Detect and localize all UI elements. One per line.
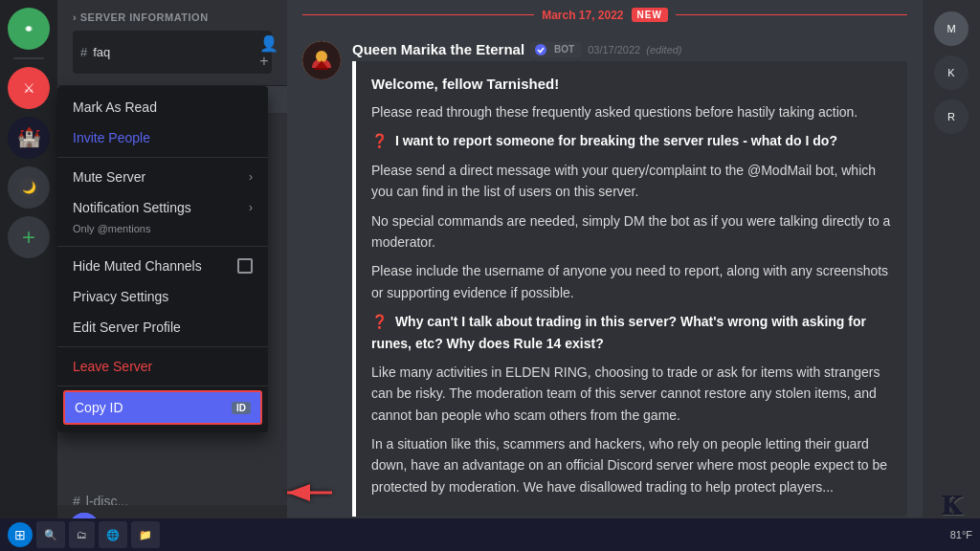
taskbar-app-icon-2: 🗂 [77, 529, 87, 540]
icon-bar: ⚔ 🏰 🌙 + [0, 0, 57, 551]
embed-q2-text: Why can't I talk about trading in this s… [371, 314, 866, 350]
message-row: Queen Marika the Eternal BOT 03/17/2022 … [287, 37, 923, 518]
svg-point-14 [535, 44, 546, 55]
embed-a1: Please send a direct message with your q… [371, 160, 892, 203]
avatar-image [302, 41, 341, 79]
embed-a2: Like many activities in ELDEN RING, choo… [371, 362, 892, 426]
message-edited: (edited) [646, 44, 681, 55]
temp-label: 81°F [950, 529, 972, 540]
embed-q1: ❓ I want to report someone for breaking … [371, 130, 892, 151]
hide-muted-checkbox[interactable] [237, 258, 253, 274]
edit-server-profile-label: Edit Server Profile [73, 320, 181, 335]
taskbar-app-3[interactable]: 🌐 [99, 521, 127, 548]
taskbar-app-icon-4: 📁 [139, 529, 152, 541]
notification-settings-label: Notification Settings [73, 200, 191, 215]
ctx-leave-server[interactable]: Leave Server [57, 351, 268, 382]
embed-q2: ❓ Why can't I talk about trading in this… [371, 311, 892, 354]
embed-title: Welcome, fellow Tarnished! [371, 73, 892, 96]
add-member-icon[interactable]: 👤+ [259, 34, 278, 70]
server-info-text: › SERVER INFORMATION [73, 11, 209, 23]
plus-icon: + [22, 224, 35, 251]
ctx-mute-server[interactable]: Mute Server › [57, 162, 268, 192]
embed-a1-cont: No special commands are needed, simply D… [371, 210, 892, 253]
message-username: Queen Marika the Eternal [352, 41, 524, 57]
svg-text:🏰: 🏰 [17, 125, 41, 148]
taskbar-app-icon-3: 🌐 [106, 529, 120, 541]
chat-area: Queen Marika the Eternal BOT 03/17/2022 … [287, 30, 923, 518]
server-icon-4[interactable]: 🌙 [8, 166, 50, 209]
ctx-edit-server-profile[interactable]: Edit Server Profile [57, 312, 268, 342]
modmail-mention: @ModMail [747, 163, 812, 178]
server-info-label: › SERVER INFORMATION [73, 11, 272, 23]
taskbar-app-icon-1: 🔍 [44, 529, 57, 541]
date-divider: March 17, 2022 NEW [287, 0, 923, 30]
add-server-button[interactable]: + [8, 216, 50, 258]
taskbar: ⊞ 🔍 🗂 🌐 📁 81°F [0, 518, 980, 551]
svg-text:🌙: 🌙 [22, 180, 36, 194]
ctx-privacy-settings[interactable]: Privacy Settings [57, 281, 268, 312]
embed-a1-cont2: Please include the username of anyone yo… [371, 260, 892, 303]
main-content: March 17, 2022 NEW Queen Marika the Eter… [287, 0, 923, 551]
new-badge: NEW [632, 8, 668, 22]
right-user-3: R [934, 99, 969, 134]
sidebar-header: › SERVER INFORMATION # 👤+ [57, 0, 287, 86]
hide-muted-label: Hide Muted Channels [73, 258, 202, 274]
date-divider-text: March 17, 2022 [542, 9, 623, 22]
taskbar-app-2[interactable]: 🗂 [69, 521, 95, 548]
ctx-divider-1 [57, 157, 268, 158]
server-icon-2[interactable]: ⚔ [8, 67, 50, 109]
bot-badge: BOT [550, 43, 578, 55]
privacy-settings-label: Privacy Settings [73, 289, 168, 304]
ctx-invite-people[interactable]: Invite People [57, 122, 268, 153]
mark-as-read-label: Mark As Read [73, 99, 157, 115]
right-user-1: M [934, 11, 969, 46]
right-sidebar: M K R 𝐊 [923, 0, 980, 551]
search-bar: # 👤+ [73, 31, 272, 74]
ctx-copy-id[interactable]: Copy ID ID [63, 390, 262, 425]
invite-people-label: Invite People [73, 130, 150, 145]
divider-1 [13, 57, 44, 59]
faq-embed: Welcome, fellow Tarnished! Please read t… [352, 61, 907, 517]
svg-point-1 [27, 27, 32, 32]
message-timestamp: 03/17/2022 [588, 44, 640, 55]
hash-icon: # [80, 45, 87, 59]
embed-a2-cont: In a situation like this, scammers and h… [371, 433, 892, 497]
ctx-divider-3 [57, 346, 268, 347]
taskbar-app-4[interactable]: 📁 [131, 521, 160, 548]
message-header: Queen Marika the Eternal BOT 03/17/2022 … [352, 41, 907, 57]
taskbar-tray: 81°F [950, 529, 972, 540]
svg-text:⚔: ⚔ [23, 80, 35, 96]
embed-intro: Please read through these frequently ask… [371, 101, 892, 122]
notification-arrow-icon: › [249, 201, 253, 214]
ctx-divider-2 [57, 246, 268, 247]
right-user-2: K [934, 55, 969, 90]
message-content: Queen Marika the Eternal BOT 03/17/2022 … [352, 41, 907, 518]
context-menu: Mark As Read Invite People Mute Server ›… [57, 86, 268, 432]
server-icon-1[interactable] [8, 8, 50, 50]
ctx-mark-as-read[interactable]: Mark As Read [57, 92, 268, 122]
question-icon-1: ❓ [371, 133, 388, 148]
notification-sublabel: Only @mentions [73, 223, 150, 234]
leave-server-label: Leave Server [73, 359, 152, 374]
copy-id-label: Copy ID [75, 400, 123, 415]
sidebar: › SERVER INFORMATION # 👤+ # nd-n... Mark… [57, 0, 287, 551]
mute-server-arrow-icon: › [249, 170, 253, 184]
question-icon-2: ❓ [371, 314, 388, 329]
bot-checkmark-icon [534, 43, 547, 56]
mute-server-label: Mute Server [73, 169, 145, 185]
ctx-notification-settings[interactable]: Notification Settings › Only @mentions [57, 192, 268, 242]
search-input[interactable] [93, 45, 254, 59]
ctx-divider-4 [57, 386, 268, 386]
server-icon-3[interactable]: 🏰 [8, 117, 50, 159]
ctx-hide-muted[interactable]: Hide Muted Channels [57, 251, 268, 281]
taskbar-app-1[interactable]: 🔍 [36, 521, 65, 548]
windows-icon: ⊞ [14, 527, 26, 542]
start-button[interactable]: ⊞ [8, 522, 33, 547]
embed-q1-text: I want to report someone for breaking th… [395, 133, 837, 148]
message-avatar [302, 41, 341, 79]
id-badge: ID [232, 402, 251, 414]
